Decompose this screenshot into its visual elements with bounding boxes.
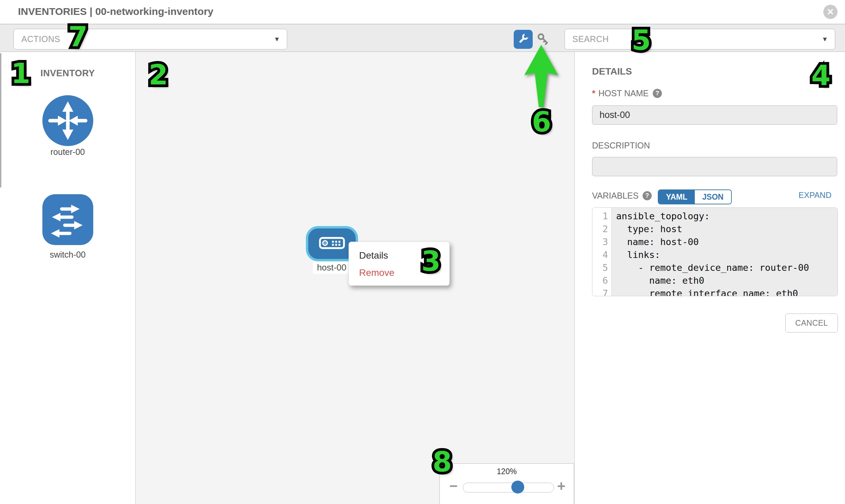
- zoom-slider-handle[interactable]: [511, 481, 524, 493]
- switch-icon: [42, 240, 93, 246]
- topology-canvas[interactable]: host-00 Details Remove 120% − +: [136, 52, 575, 504]
- description-label: DESCRIPTION: [592, 141, 650, 150]
- inventory-palette: INVENTORY: [0, 52, 136, 504]
- variables-label: VARIABLES: [592, 191, 638, 201]
- close-icon[interactable]: ✕: [823, 5, 838, 19]
- variables-code-editor[interactable]: 1 ansible_topology: 2 type: host 3 name:…: [592, 208, 838, 296]
- page-title: INVENTORIES | 00-networking-inventory: [18, 0, 213, 23]
- palette-item-switch[interactable]: [42, 194, 93, 245]
- zoom-control: 120% − +: [439, 463, 574, 504]
- host-name-input[interactable]: [592, 105, 837, 125]
- host-node-label: host-00: [313, 261, 351, 274]
- code-line: 3 name: host-00: [592, 236, 838, 249]
- format-toggle: YAML JSON: [658, 190, 732, 204]
- required-asterisk: *: [592, 88, 595, 98]
- host-name-label: HOST NAME: [598, 88, 649, 98]
- cancel-button[interactable]: CANCEL: [785, 313, 838, 332]
- code-line: 2 type: host: [592, 223, 838, 236]
- tab-yaml[interactable]: YAML: [658, 190, 695, 204]
- help-icon[interactable]: ?: [653, 89, 662, 98]
- expand-link[interactable]: EXPAND: [798, 191, 831, 200]
- code-line: 5 - remote_device_name: router-00: [592, 261, 838, 274]
- chevron-down-icon: ▼: [822, 29, 828, 49]
- details-panel: DETAILS * HOST NAME ? DESCRIPTION VARIAB…: [575, 52, 845, 504]
- host-name-label-row: * HOST NAME ?: [592, 88, 662, 98]
- actions-dropdown-label: ACTIONS: [21, 34, 60, 44]
- search-dropdown[interactable]: SEARCH ▼: [565, 29, 835, 50]
- palette-item-switch-label: switch-00: [0, 250, 135, 259]
- code-line: 6 name: eth0: [592, 274, 838, 287]
- chevron-down-icon: ▼: [274, 29, 280, 49]
- details-title: DETAILS: [592, 66, 632, 77]
- code-lines: 1 ansible_topology: 2 type: host 3 name:…: [592, 210, 838, 296]
- networking-inventory-app: INVENTORIES | 00-networking-inventory ✕ …: [0, 0, 845, 504]
- code-line: 4 links:: [592, 249, 838, 261]
- palette-item-router[interactable]: [42, 95, 93, 146]
- description-input[interactable]: [592, 157, 837, 176]
- zoom-in-button[interactable]: +: [557, 478, 566, 494]
- help-icon[interactable]: ?: [642, 191, 652, 200]
- main-area: INVENTORY: [0, 52, 845, 504]
- zoom-out-button[interactable]: −: [449, 478, 458, 494]
- annotation-arrow-up: [522, 44, 560, 109]
- host-icon: [319, 237, 345, 251]
- router-icon: [42, 141, 93, 147]
- search-dropdown-label: SEARCH: [573, 34, 609, 44]
- tab-json[interactable]: JSON: [695, 190, 731, 204]
- code-line: 7 remote_interface_name: eth0: [592, 287, 838, 296]
- zoom-slider[interactable]: [463, 483, 554, 492]
- code-line: 1 ansible_topology:: [592, 210, 838, 223]
- zoom-level-value: 120%: [440, 467, 574, 476]
- palette-item-router-label: router-00: [0, 147, 135, 157]
- variables-label-row: VARIABLES ?: [592, 191, 652, 201]
- app-header: INVENTORIES | 00-networking-inventory ✕: [0, 0, 845, 24]
- actions-dropdown[interactable]: ACTIONS ▼: [14, 29, 287, 50]
- toolbar: ACTIONS ▼ SEAR: [0, 24, 845, 52]
